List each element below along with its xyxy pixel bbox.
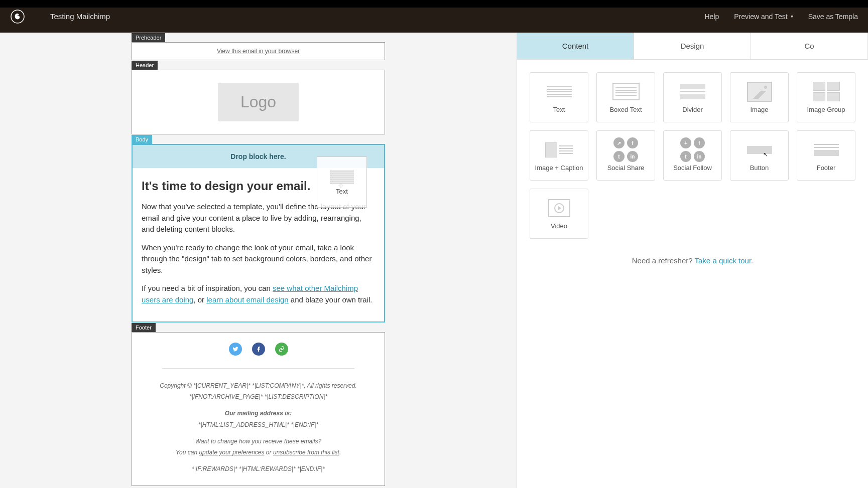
twitter-icon[interactable] (229, 343, 242, 356)
campaign-name[interactable]: Testing Mailchimp (50, 12, 110, 21)
block-boxed-text[interactable]: Boxed Text (596, 72, 655, 122)
body-paragraph-1: Now that you've selected a template, you… (142, 201, 375, 235)
block-label: Footer (817, 164, 836, 172)
block-label: Social Share (607, 164, 645, 172)
view-in-browser-link[interactable]: View this email in your browser (217, 48, 300, 55)
header-block[interactable]: Logo (132, 70, 385, 134)
block-label: Video (551, 222, 567, 230)
inspiration-link-2[interactable]: learn about email design (206, 295, 288, 304)
freddie-icon (11, 10, 25, 24)
block-text[interactable]: Text (530, 72, 588, 122)
footer-divider (162, 368, 354, 369)
block-label: Divider (682, 106, 702, 113)
body-paragraph-2: When you're ready to change the look of … (142, 242, 375, 276)
help-link[interactable]: Help (704, 13, 719, 21)
block-footer[interactable]: Footer (797, 130, 855, 181)
topbar-black-strip (0, 0, 868, 8)
preview-test-dropdown[interactable]: Preview and Test (734, 13, 793, 21)
editor-side-panel: Content Design Co Text Boxed Text Di (517, 33, 868, 488)
tab-content[interactable]: Content (517, 33, 634, 59)
block-label: Image + Caption (535, 164, 583, 172)
block-button[interactable]: ↖ Button (730, 130, 789, 181)
footer-text: Copyright © *|CURRENT_YEAR|* *|LIST:COMP… (147, 381, 369, 474)
block-label: Social Follow (673, 164, 712, 172)
body-section-label: Body (132, 135, 152, 144)
block-image-group[interactable]: Image Group (797, 72, 855, 122)
svg-point-1 (18, 15, 19, 16)
social-follow-row (147, 343, 369, 356)
panel-tabs: Content Design Co (517, 33, 868, 60)
drop-zone[interactable]: Drop block here. (133, 145, 384, 168)
save-as-template-button[interactable]: Save as Templa (808, 13, 858, 21)
preheader-section-label: Preheader (132, 33, 165, 42)
refresher-text: Need a refresher? Take a quick tour. (530, 256, 855, 265)
block-divider[interactable]: Divider (663, 72, 722, 122)
email-canvas-pane: Preheader View this email in your browse… (0, 33, 517, 488)
footer-block[interactable]: Copyright © *|CURRENT_YEAR|* *|LIST:COMP… (132, 332, 385, 486)
body-block[interactable]: Drop block here. ✥ It's time to design y… (132, 144, 385, 322)
block-social-share[interactable]: ↗ftin Social Share (596, 130, 655, 181)
mailchimp-logo-icon[interactable] (10, 9, 25, 24)
tab-comments[interactable]: Co (751, 33, 868, 59)
content-blocks-grid: Text Boxed Text Divider Image (530, 72, 855, 239)
block-label: Text (553, 106, 565, 113)
block-label: Image (750, 106, 768, 113)
top-bar: Testing Mailchimp Help Preview and Test … (0, 0, 868, 33)
body-paragraph-3: If you need a bit of inspiration, you ca… (142, 283, 375, 305)
facebook-icon[interactable] (252, 343, 265, 356)
cursor-icon: ↖ (763, 151, 768, 158)
logo-placeholder[interactable]: Logo (218, 83, 299, 121)
unsubscribe-link[interactable]: unsubscribe from this list (273, 449, 339, 456)
footer-section-label: Footer (132, 323, 156, 332)
block-label: Boxed Text (609, 106, 642, 113)
block-social-follow[interactable]: +ftin Social Follow (663, 130, 722, 181)
drag-handle-icon[interactable]: ✥ (338, 181, 344, 191)
body-text-block[interactable]: ✥ It's time to design your email. Now th… (133, 168, 384, 321)
block-label: Image Group (807, 106, 845, 113)
link-icon[interactable] (275, 343, 288, 356)
block-label: Button (750, 164, 769, 172)
preheader-block[interactable]: View this email in your browser (132, 42, 385, 60)
block-video[interactable]: Video (530, 189, 588, 239)
update-preferences-link[interactable]: update your preferences (199, 449, 264, 456)
block-image-caption[interactable]: Image + Caption (530, 130, 588, 181)
header-section-label: Header (132, 61, 158, 70)
block-image[interactable]: Image (730, 72, 789, 122)
preview-test-label: Preview and Test (734, 13, 787, 21)
tab-design[interactable]: Design (634, 33, 751, 59)
quick-tour-link[interactable]: Take a quick tour (695, 256, 752, 265)
